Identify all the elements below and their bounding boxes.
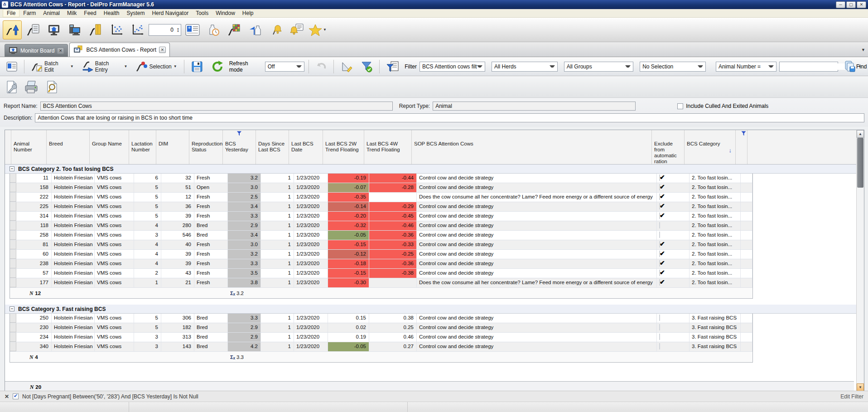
- batch-entry-button[interactable]: Batch Entry▼: [79, 59, 130, 74]
- col-header-group-name[interactable]: Group Name: [90, 130, 129, 164]
- menu-tools[interactable]: Tools: [192, 10, 212, 17]
- menu-farm[interactable]: Farm: [19, 10, 39, 17]
- menu-help[interactable]: Help: [239, 10, 257, 17]
- vertical-scrollbar[interactable]: ▲ ▼: [856, 130, 864, 391]
- design-report-button[interactable]: [338, 59, 355, 74]
- menu-herd-navigator[interactable]: Herd Navigator: [148, 10, 192, 17]
- report-type-field[interactable]: Animal: [433, 102, 636, 111]
- menu-animal[interactable]: Animal: [39, 10, 63, 17]
- collapse-icon[interactable]: −: [10, 306, 14, 311]
- menu-file[interactable]: File: [3, 9, 19, 17]
- table-row[interactable]: 60Holstein FriesianVMS cows439Fresh3.211…: [10, 250, 752, 259]
- col-header-lactation-number[interactable]: Lactation Number: [129, 130, 156, 164]
- cow-report-button[interactable]: [24, 20, 43, 39]
- refresh-button[interactable]: [208, 59, 227, 74]
- monitor-home-button[interactable]: [44, 20, 63, 39]
- col-header-bcs-category[interactable]: BCS Category↓: [685, 130, 736, 164]
- find-field-select[interactable]: Animal Number =: [716, 62, 776, 72]
- col-header-last-bcs-2w-trend-floating[interactable]: Last BCS 2W Trend Floating: [323, 130, 364, 164]
- tab-monitor-board[interactable]: Monitor Board ✕: [5, 44, 68, 57]
- exclude-checkbox-checked[interactable]: [659, 260, 660, 267]
- milk-clock-button[interactable]: [204, 20, 223, 39]
- exclude-checkbox-unchecked[interactable]: [659, 334, 660, 340]
- alarm-weather-button[interactable]: [266, 20, 285, 39]
- favorites-star-button[interactable]: ▼: [308, 20, 327, 39]
- exclude-checkbox-checked[interactable]: [659, 270, 660, 276]
- scatter-plot-button[interactable]: [107, 20, 126, 39]
- refresh-mode-select[interactable]: Off: [265, 62, 305, 72]
- alarm-list-button[interactable]: [287, 20, 306, 39]
- animal-card-view-button[interactable]: [4, 60, 20, 73]
- exclude-checkbox-checked[interactable]: [659, 194, 660, 200]
- exclude-checkbox-unchecked[interactable]: [659, 222, 660, 228]
- col-header-last-bcs-date[interactable]: Last BCS Date: [289, 130, 323, 164]
- group-header[interactable]: −BCS Category 2. Too fast losing BCS: [5, 165, 864, 174]
- page-setup-button[interactable]: [5, 80, 18, 94]
- table-row[interactable]: 258Holstein FriesianVMS cows3546Bred3.41…: [10, 231, 752, 240]
- maximize-button[interactable]: ▢: [846, 1, 856, 8]
- table-row[interactable]: 340Holstein FriesianVMS cows3143Bred4.21…: [10, 342, 752, 352]
- col-header-blank[interactable]: [5, 130, 11, 164]
- selection-filter-select[interactable]: No Selection: [640, 62, 706, 72]
- spinner-arrows-icon[interactable]: ▲▼: [175, 27, 181, 33]
- description-field[interactable]: Attention Cows that are losing or raisin…: [35, 113, 864, 122]
- selection-button[interactable]: Selection▼: [133, 60, 179, 73]
- save-button[interactable]: [188, 59, 206, 74]
- print-preview-button[interactable]: [45, 80, 59, 94]
- col-header-reproduction-status[interactable]: Reproduction Status: [189, 130, 223, 164]
- tab-close-icon[interactable]: ✕: [57, 48, 64, 54]
- col-header-breed[interactable]: Breed: [47, 130, 90, 164]
- minimize-button[interactable]: ─: [836, 1, 845, 8]
- col-header-blank[interactable]: [736, 130, 747, 164]
- table-row[interactable]: 177Holstein FriesianVMS cows121Fresh3.81…: [10, 278, 752, 288]
- tab-bcs-attention-cows-report[interactable]: BCS Attention Cows - Report ✕: [69, 43, 170, 57]
- filter-funnel-icon[interactable]: [741, 131, 746, 136]
- undo-button[interactable]: [313, 60, 329, 73]
- exclude-checkbox-unchecked[interactable]: [659, 343, 660, 349]
- col-header-days-since-last-bcs[interactable]: Days Since Last BCS: [256, 130, 289, 164]
- exclude-checkbox-checked[interactable]: [659, 184, 660, 190]
- herds-select[interactable]: All Herds: [492, 62, 558, 72]
- scroll-up-icon[interactable]: ▲: [857, 130, 864, 138]
- edit-filter-button[interactable]: Edit Filter: [840, 393, 863, 400]
- filter-report-button[interactable]: [384, 59, 402, 74]
- table-row[interactable]: 118Holstein FriesianVMS cows4280Bred2.91…: [10, 221, 752, 231]
- col-header-last-bcs-4w-trend-floating[interactable]: Last BCS 4W Trend Floating: [364, 130, 412, 164]
- animal-number-spinner[interactable]: 0 ▲▼: [149, 24, 181, 36]
- table-row[interactable]: 158Holstein FriesianVMS cows551Open3.011…: [10, 183, 752, 193]
- tab-close-icon[interactable]: ✕: [159, 47, 166, 53]
- table-row[interactable]: 57Holstein FriesianVMS cows243Fresh3.511…: [10, 269, 752, 278]
- exclude-checkbox-checked[interactable]: [659, 174, 660, 181]
- table-row[interactable]: 81Holstein FriesianVMS cows440Fresh3.011…: [10, 240, 752, 250]
- table-row[interactable]: 238Holstein FriesianVMS cows439Fresh3.31…: [10, 259, 752, 269]
- cow-track-arrow-button[interactable]: [3, 20, 22, 39]
- filter-funnel-icon[interactable]: [237, 131, 242, 136]
- menu-window[interactable]: Window: [212, 10, 239, 17]
- close-button[interactable]: ✕: [857, 1, 866, 8]
- table-row[interactable]: 230Holstein FriesianVMS cows5182Bred2.91…: [10, 323, 752, 333]
- col-header-sop-bcs-attention-cows[interactable]: SOP BCS Attention Cows: [412, 130, 652, 164]
- exclude-checkbox-unchecked[interactable]: [659, 315, 660, 321]
- animal-card-button[interactable]: [183, 20, 202, 39]
- menu-milk[interactable]: Milk: [63, 10, 80, 17]
- col-header-dim[interactable]: DIM: [156, 130, 189, 164]
- col-header-animal-number[interactable]: Animal Number: [11, 130, 47, 164]
- menu-health[interactable]: Health: [100, 10, 123, 17]
- exclude-checkbox-checked[interactable]: [659, 251, 660, 257]
- col-header-exclude-from-automatic-ration-calculation[interactable]: Exclude from automatic ration calculatio…: [652, 130, 685, 164]
- exclude-checkbox-checked[interactable]: [659, 213, 660, 219]
- table-row[interactable]: 314Holstein FriesianVMS cows539Fresh3.31…: [10, 212, 752, 221]
- table-row[interactable]: 225Holstein FriesianVMS cows536Fresh3.41…: [10, 202, 752, 212]
- scrollbar-thumb[interactable]: [857, 138, 863, 188]
- groups-select[interactable]: All Groups: [564, 62, 634, 72]
- filter-close-icon[interactable]: ✕: [5, 393, 9, 400]
- filter-enabled-checkbox[interactable]: [13, 393, 19, 399]
- checkbox-icon[interactable]: [677, 103, 683, 109]
- find-input-box[interactable]: ▲▼ Find: [779, 62, 838, 72]
- print-button[interactable]: [24, 80, 39, 94]
- tab-list-chevron-down-icon[interactable]: ▼: [861, 48, 865, 52]
- table-row[interactable]: 11Holstein FriesianVMS cows632Fresh3.211…: [10, 174, 752, 183]
- report-name-field[interactable]: BCS Attention Cows: [40, 102, 393, 111]
- group-header[interactable]: −BCS Category 3. Fast raising BCS: [5, 305, 864, 314]
- include-culled-checkbox[interactable]: Include Culled And Exited Animals: [677, 103, 768, 109]
